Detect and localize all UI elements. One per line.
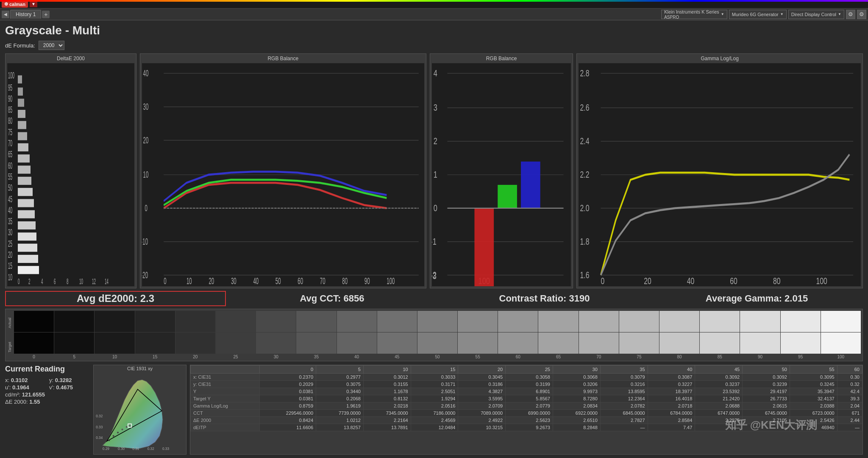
svg-text:20: 20	[8, 249, 12, 259]
svg-text:90: 90	[364, 276, 370, 286]
svg-text:0.32: 0.32	[96, 414, 103, 418]
swatch-10-target	[95, 332, 134, 354]
settings-button[interactable]: ⚙	[846, 10, 855, 19]
svg-point-117	[121, 429, 123, 430]
swatch-label-40: 40	[337, 355, 377, 359]
svg-rect-86	[474, 208, 494, 286]
history-tab[interactable]: History 1	[10, 10, 41, 19]
cell-2-8: 18.3977	[648, 388, 695, 395]
cell-1-4: 0.3186	[458, 381, 506, 388]
table-row: y: CIE310.20290.30750.31550.31710.31860.…	[191, 381, 862, 388]
swatch-label-60: 60	[498, 355, 538, 359]
cell-2-4: 4.3827	[458, 388, 506, 395]
cell-6-0: 0.8424	[260, 417, 316, 424]
svg-point-116	[117, 432, 119, 433]
swatch-label-45: 45	[377, 355, 417, 359]
swatch-label-0: 0	[14, 355, 54, 359]
cell-5-3: 7186.0000	[411, 410, 458, 417]
display-control-dropdown[interactable]: Direct Display Control ▼	[788, 10, 844, 19]
svg-text:45: 45	[8, 194, 12, 204]
col-header-10: 10	[363, 366, 411, 374]
cell-2-9: 23.5392	[695, 388, 743, 395]
svg-text:0: 0	[601, 276, 605, 286]
svg-text:10: 10	[8, 272, 12, 282]
tab-add-button[interactable]: +	[42, 11, 50, 18]
cell-2-12: 42.4	[837, 388, 862, 395]
swatch-label-25: 25	[216, 355, 256, 359]
cell-1-0: 0.2029	[260, 381, 316, 388]
svg-text:0: 0	[164, 276, 166, 286]
svg-text:20: 20	[644, 276, 652, 286]
svg-text:1.8: 1.8	[580, 237, 590, 247]
svg-text:30: 30	[8, 227, 12, 237]
svg-text:2.4: 2.4	[580, 136, 590, 146]
vprime-label: v': 0.4675	[49, 384, 90, 391]
rgb-balance-area2: 4 3 2 1 0 -1 -2 100	[432, 63, 571, 286]
svg-text:2.8: 2.8	[580, 68, 590, 78]
swatch-label-75: 75	[619, 355, 659, 359]
cell-1-2: 0.3155	[363, 381, 411, 388]
bottom-section: Current Reading x: 0.3102 y: 0.3282 u': …	[0, 365, 868, 458]
swatch-95-target	[781, 332, 821, 354]
cell-5-1: 7739.0000	[316, 410, 364, 417]
rgb-balance-chart1: RGB Balance 40 30 20	[140, 53, 426, 288]
de-formula-select[interactable]: 2000 76	[39, 41, 64, 50]
murideo-device-dropdown[interactable]: Murideo 6G Generator ▼	[729, 10, 787, 19]
svg-text:0: 0	[145, 203, 147, 213]
svg-text:70: 70	[8, 138, 12, 148]
rgb-balance-title1: RGB Balance	[140, 54, 426, 62]
svg-rect-26	[18, 154, 30, 162]
cell-3-12: 39.3	[837, 395, 862, 402]
murideo-device-label: Murideo 6G Generator	[732, 12, 779, 17]
swatch-20-actual	[175, 311, 215, 332]
table-row: Y0.03810.34401.16782.50514.38276.89019.9…	[191, 388, 862, 395]
cell-7-7: —	[600, 424, 648, 431]
calman-logo-text: calman	[9, 2, 25, 7]
murideo-dropdown-arrow: ▼	[780, 12, 784, 16]
svg-text:100: 100	[387, 276, 395, 286]
svg-text:2.0: 2.0	[580, 203, 590, 213]
svg-text:60: 60	[8, 160, 12, 170]
cell-4-1: 1.9619	[316, 402, 364, 410]
svg-text:2: 2	[433, 136, 437, 146]
app-menu-arrow[interactable]: ▼	[30, 1, 37, 7]
swatches-target-row	[14, 332, 861, 354]
swatch-label-20: 20	[175, 355, 215, 359]
top-menu-bar: calman ▼	[0, 0, 868, 8]
swatch-label-95: 95	[781, 355, 821, 359]
cell-7-11: 46940	[790, 424, 837, 431]
tab-prev-button[interactable]: ◀	[2, 11, 9, 18]
svg-text:80: 80	[8, 116, 12, 126]
cell-1-5: 0.3199	[506, 381, 553, 388]
cell-4-4: 2.0709	[458, 402, 506, 410]
svg-rect-87	[498, 185, 517, 208]
cell-0-11: 0.3095	[790, 374, 837, 381]
svg-rect-31	[18, 210, 35, 218]
device-controls: Klein Instruments K Series ASPRO ▼ Murid…	[661, 10, 866, 19]
settings2-button[interactable]: ⚙	[857, 10, 866, 19]
swatches-actual-row	[14, 311, 861, 332]
swatch-0-target	[14, 332, 54, 354]
swatch-30-target	[256, 332, 296, 354]
swatch-20-target	[175, 332, 215, 354]
swatch-25-actual	[216, 311, 256, 332]
cell-7-1: 13.8257	[316, 424, 364, 431]
deltae-chart-title: DeltaE 2000	[6, 54, 136, 62]
cell-5-9: 6747.0000	[695, 410, 743, 417]
svg-rect-23	[18, 121, 26, 129]
swatch-45-actual	[377, 311, 417, 332]
svg-rect-33	[18, 232, 36, 240]
cell-0-12: 0.30	[837, 374, 862, 381]
swatch-90-actual	[740, 311, 780, 332]
klein-device-dropdown[interactable]: Klein Instruments K Series ASPRO ▼	[661, 10, 727, 19]
svg-text:30: 30	[143, 101, 149, 112]
target-label: Target	[7, 335, 12, 359]
swatch-85-actual	[700, 311, 740, 332]
cell-7-5: 9.2673	[506, 424, 553, 431]
cell-6-12: 2.44	[837, 417, 862, 424]
cell-0-2: 0.3012	[363, 374, 411, 381]
cell-3-11: 32.4137	[790, 395, 837, 402]
swatch-40-actual	[337, 311, 377, 332]
table-row: ΔE 20000.84241.02122.21642.45692.49222.5…	[191, 417, 862, 424]
svg-text:-3: -3	[432, 271, 437, 281]
